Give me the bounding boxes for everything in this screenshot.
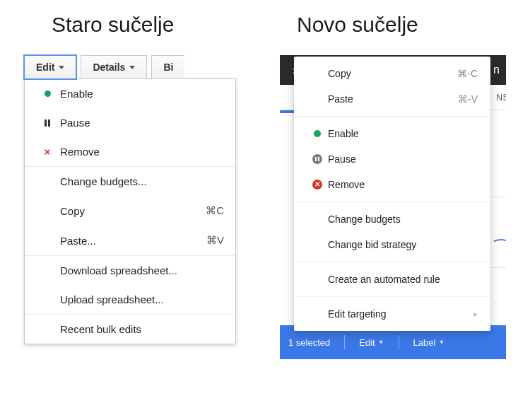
menu-item-download-spreadsheet[interactable]: Download spreadsheet... <box>25 256 235 285</box>
menu-item-label: Change budgets <box>328 214 401 225</box>
new-ui-heading: Novo sučelje <box>297 13 418 37</box>
caret-down-icon <box>129 66 135 69</box>
old-edit-menu: Enable Pause × Remove Change budgets... … <box>24 78 236 344</box>
menu-item-label: Paste... <box>60 235 96 247</box>
remove-icon: × <box>39 146 56 157</box>
new-edit-menu: Copy ⌘-C Paste ⌘-V Enable Pause ✕ Remove… <box>294 57 490 331</box>
old-toolbar: Edit Details Bi <box>24 55 236 79</box>
menu-item-label: Enable <box>60 88 93 100</box>
pause-icon <box>39 119 56 127</box>
menu-item-remove[interactable]: ✕ Remove <box>294 172 490 197</box>
menu-item-pause[interactable]: Pause <box>294 146 490 172</box>
caret-down-icon <box>59 66 64 69</box>
menu-item-label: Copy <box>328 68 351 79</box>
header-fragment-letter: n <box>493 64 500 76</box>
edit-button[interactable]: Edit <box>24 55 76 79</box>
chevron-right-icon: ▸ <box>473 309 478 319</box>
old-ui-heading: Staro sučelje <box>52 13 174 37</box>
bid-button-fragment[interactable]: Bi <box>151 55 184 79</box>
menu-divider <box>294 296 490 297</box>
menu-item-change-budgets[interactable]: Change budgets <box>294 206 490 232</box>
menu-item-paste[interactable]: Paste... ⌘V <box>25 226 235 255</box>
shortcut-label: ⌘-C <box>457 68 478 79</box>
footer-edit-label: Edit <box>359 337 375 348</box>
menu-item-upload-spreadsheet[interactable]: Upload spreadsheet... <box>25 285 235 314</box>
edit-button-label: Edit <box>36 56 54 78</box>
enable-icon <box>307 130 328 137</box>
bid-button-label: Bi <box>163 56 173 78</box>
menu-divider <box>294 202 490 202</box>
shortcut-label: ⌘V <box>206 234 224 247</box>
menu-item-label: Create an automated rule <box>328 274 440 285</box>
menu-item-copy[interactable]: Copy ⌘-C <box>294 61 490 86</box>
new-ui-panel: › n NS 1 selected Edit ▼ Label ▼ Copy ⌘-… <box>280 55 506 359</box>
menu-item-label: Remove <box>328 179 365 190</box>
caret-down-icon: ▼ <box>438 339 445 346</box>
menu-item-label: Change budgets... <box>60 175 147 187</box>
menu-item-label: Paste <box>328 93 353 105</box>
menu-item-label: Change bid strategy <box>328 239 416 250</box>
menu-item-label: Download spreadsheet... <box>60 264 177 276</box>
chart-fragment <box>490 175 506 303</box>
menu-item-label: Remove <box>60 146 100 158</box>
menu-item-label: Enable <box>328 128 359 139</box>
selection-count: 1 selected <box>288 337 330 348</box>
menu-item-copy[interactable]: Copy ⌘C <box>25 196 235 226</box>
menu-item-label: Edit targeting <box>328 308 387 320</box>
menu-item-label: Pause <box>328 153 356 165</box>
menu-item-pause[interactable]: Pause <box>25 108 235 137</box>
details-button-label: Details <box>93 56 125 78</box>
menu-item-remove[interactable]: × Remove <box>25 137 235 166</box>
footer-label-label: Label <box>413 337 436 348</box>
remove-icon: ✕ <box>307 180 328 189</box>
tab-label-fragment[interactable]: NS <box>496 93 506 103</box>
divider <box>399 335 399 349</box>
shortcut-label: ⌘-V <box>458 93 478 105</box>
menu-item-change-budgets[interactable]: Change budgets... <box>25 167 235 196</box>
details-button[interactable]: Details <box>81 55 147 79</box>
menu-item-edit-targeting[interactable]: Edit targeting ▸ <box>294 301 490 327</box>
menu-item-label: Pause <box>60 117 90 129</box>
menu-item-label: Upload spreadsheet... <box>60 293 164 305</box>
menu-item-recent-bulk-edits[interactable]: Recent bulk edits <box>25 315 235 344</box>
menu-divider <box>294 116 490 117</box>
menu-divider <box>294 262 490 262</box>
menu-item-label: Copy <box>60 205 85 217</box>
menu-item-enable[interactable]: Enable <box>25 79 235 108</box>
caret-down-icon: ▼ <box>378 339 384 346</box>
menu-item-label: Recent bulk edits <box>60 323 141 335</box>
enable-icon <box>39 91 56 97</box>
old-ui-panel: Edit Details Bi Enable Pause × Remove Ch… <box>24 55 236 345</box>
pause-icon <box>307 154 328 164</box>
footer-label-button[interactable]: Label ▼ <box>413 337 445 348</box>
shortcut-label: ⌘C <box>206 204 224 217</box>
divider <box>344 335 345 349</box>
menu-item-create-automated-rule[interactable]: Create an automated rule <box>294 267 490 292</box>
menu-item-paste[interactable]: Paste ⌘-V <box>294 86 490 112</box>
menu-item-change-bid-strategy[interactable]: Change bid strategy <box>294 232 490 257</box>
footer-edit-button[interactable]: Edit ▼ <box>359 337 384 348</box>
menu-item-enable[interactable]: Enable <box>294 121 490 146</box>
header-fragment: n <box>490 55 506 85</box>
